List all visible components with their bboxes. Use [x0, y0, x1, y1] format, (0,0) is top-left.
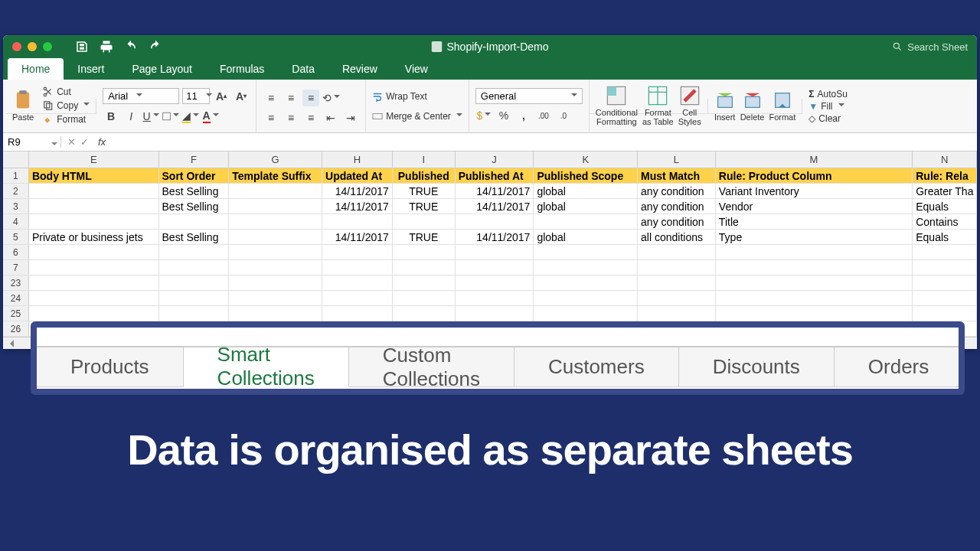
cell[interactable]	[29, 184, 159, 198]
cell[interactable]	[229, 260, 322, 275]
cell[interactable]	[716, 260, 913, 275]
cell[interactable]: Type	[716, 230, 913, 244]
cell[interactable]: Published	[393, 168, 456, 183]
cell[interactable]: Updated At	[322, 168, 393, 183]
cell[interactable]: Private or business jets	[29, 230, 159, 244]
row-header[interactable]: 26	[3, 321, 29, 336]
cell[interactable]	[29, 245, 159, 259]
conditional-formatting-button[interactable]: Conditional Formatting	[596, 85, 638, 126]
col-header-j[interactable]: J	[456, 152, 534, 168]
cell[interactable]	[159, 306, 230, 321]
cell[interactable]	[229, 184, 322, 198]
cell[interactable]	[456, 214, 534, 229]
increase-decimal-button[interactable]: .00	[535, 107, 552, 124]
cell[interactable]	[159, 291, 230, 305]
cell[interactable]	[159, 214, 230, 229]
col-header-g[interactable]: G	[229, 152, 322, 168]
cell[interactable]: Sort Order	[159, 168, 230, 183]
row-header[interactable]: 7	[3, 260, 29, 275]
cell[interactable]: global	[534, 230, 638, 244]
cell[interactable]	[913, 260, 977, 275]
cell[interactable]: Published Scope	[534, 168, 638, 183]
cell[interactable]	[229, 276, 322, 290]
row-header[interactable]: 24	[3, 291, 29, 305]
cell[interactable]	[393, 245, 456, 259]
cell[interactable]: 14/11/2017	[456, 199, 534, 214]
cell[interactable]	[29, 306, 159, 321]
close-window-button[interactable]	[12, 42, 21, 51]
cell[interactable]	[638, 245, 716, 259]
cell[interactable]: Rule: Product Column	[716, 168, 913, 183]
align-right-button[interactable]: ≡	[302, 109, 319, 126]
font-color-button[interactable]: A	[202, 108, 219, 125]
print-icon[interactable]	[100, 40, 113, 54]
col-header-n[interactable]: N	[913, 152, 977, 168]
tab-page-layout[interactable]: Page Layout	[118, 58, 206, 80]
cell[interactable]	[534, 260, 638, 275]
cell[interactable]	[159, 260, 230, 275]
cell[interactable]	[716, 306, 913, 321]
cell[interactable]	[534, 306, 638, 321]
cell[interactable]: 14/11/2017	[322, 184, 393, 198]
currency-button[interactable]: $	[475, 107, 492, 124]
cell[interactable]	[913, 245, 977, 259]
cell[interactable]	[322, 306, 393, 321]
cell[interactable]	[913, 276, 977, 290]
cell[interactable]	[716, 245, 913, 259]
undo-icon[interactable]	[124, 40, 138, 54]
cut-button[interactable]: Cut	[43, 86, 90, 98]
row-header[interactable]: 6	[3, 245, 29, 259]
merge-center-button[interactable]: Merge & Center	[372, 110, 462, 122]
redo-icon[interactable]	[149, 40, 162, 54]
cell[interactable]: Greater Tha	[913, 184, 977, 198]
col-header-e[interactable]: E	[29, 152, 159, 168]
cell[interactable]	[159, 276, 230, 290]
cell[interactable]	[534, 214, 638, 229]
maximize-window-button[interactable]	[43, 42, 52, 51]
cell[interactable]	[393, 291, 456, 305]
col-header-h[interactable]: H	[322, 152, 393, 168]
cell[interactable]: any condition	[638, 184, 716, 198]
tab-formulas[interactable]: Formulas	[206, 58, 278, 80]
row-header[interactable]: 23	[3, 276, 29, 290]
cell[interactable]	[29, 199, 159, 214]
paste-button[interactable]: Paste	[12, 90, 34, 122]
search-sheet[interactable]: Search Sheet	[892, 41, 968, 53]
cell[interactable]: Best Selling	[159, 199, 230, 214]
cell[interactable]	[456, 306, 534, 321]
cell[interactable]: 14/11/2017	[322, 199, 393, 214]
format-as-table-button[interactable]: Format as Table	[642, 85, 674, 126]
cell[interactable]	[393, 214, 456, 229]
number-format-select[interactable]: General	[475, 88, 583, 104]
cell[interactable]: 14/11/2017	[322, 230, 393, 244]
col-header-k[interactable]: K	[534, 152, 638, 168]
cell[interactable]	[716, 291, 913, 305]
col-header-m[interactable]: M	[716, 152, 913, 168]
confirm-formula-icon[interactable]: ✓	[80, 136, 89, 148]
tab-home[interactable]: Home	[8, 58, 64, 80]
cell[interactable]	[322, 260, 393, 275]
row-header[interactable]: 1	[3, 168, 29, 183]
cell[interactable]: TRUE	[393, 199, 456, 214]
cell[interactable]: any condition	[638, 199, 716, 214]
cell[interactable]	[229, 291, 322, 305]
cell[interactable]: Body HTML	[29, 168, 159, 183]
italic-button[interactable]: I	[122, 108, 139, 125]
delete-cells-button[interactable]: Delete	[740, 90, 765, 122]
spreadsheet-grid[interactable]: E F G H I J K L M N 1Body HTMLSort Order…	[3, 152, 977, 349]
cell[interactable]: TRUE	[393, 184, 456, 198]
insert-cells-button[interactable]: Insert	[714, 90, 736, 122]
fill-color-button[interactable]: ◢	[182, 108, 199, 125]
cell[interactable]: global	[534, 199, 638, 214]
col-header-i[interactable]: I	[393, 152, 456, 168]
row-header[interactable]: 3	[3, 199, 29, 214]
cell[interactable]	[456, 291, 534, 305]
decrease-font-button[interactable]: A▾	[233, 88, 250, 105]
cell[interactable]	[229, 199, 322, 214]
cell[interactable]	[456, 260, 534, 275]
cell[interactable]	[159, 245, 230, 259]
cell[interactable]	[456, 276, 534, 290]
align-bottom-button[interactable]: ≡	[302, 90, 319, 106]
underline-button[interactable]: U	[142, 108, 159, 125]
align-middle-button[interactable]: ≡	[283, 90, 299, 106]
